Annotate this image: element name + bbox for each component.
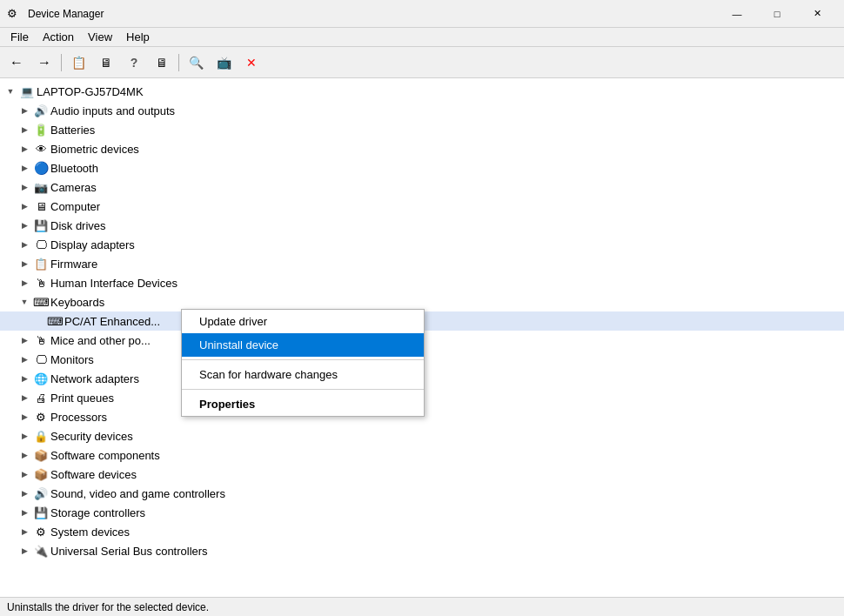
tree-item-sound[interactable]: ▶ 🔊 Sound, video and game controllers <box>0 484 844 503</box>
menu-file[interactable]: File <box>3 29 36 45</box>
tree-item-hid[interactable]: ▶ 🖱 Human Interface Devices <box>0 273 844 292</box>
expand-security[interactable]: ▶ <box>17 429 31 443</box>
expand-system[interactable]: ▶ <box>17 525 31 539</box>
tree-item-system[interactable]: ▶ ⚙ System devices <box>0 522 844 541</box>
app-icon: ⚙ <box>7 7 21 21</box>
keyboards-label: Keyboards <box>50 296 104 309</box>
close-button[interactable]: ✕ <box>797 0 837 28</box>
processors-label: Processors <box>50 411 107 424</box>
firmware-label: Firmware <box>50 258 97 271</box>
bluetooth-icon: 🔵 <box>34 161 48 175</box>
expand-bluetooth[interactable]: ▶ <box>17 161 31 175</box>
tree-item-disk[interactable]: ▶ 💾 Disk drives <box>0 216 844 235</box>
expand-firmware[interactable]: ▶ <box>17 257 31 271</box>
minimize-button[interactable]: — <box>717 0 757 28</box>
print-label: Print queues <box>50 392 114 405</box>
help-button[interactable]: ? <box>121 50 147 75</box>
tree-item-audio[interactable]: ▶ 🔊 Audio inputs and outputs <box>0 101 844 120</box>
tree-item-sw-components[interactable]: ▶ 📦 Software components <box>0 445 844 465</box>
expand-hid[interactable]: ▶ <box>17 276 31 290</box>
update-driver-button[interactable]: 🖥 <box>93 50 119 75</box>
expand-sw-devices[interactable]: ▶ <box>17 467 31 481</box>
expand-cameras[interactable]: ▶ <box>17 180 31 194</box>
expand-network[interactable]: ▶ <box>17 372 31 385</box>
ctx-separator-1 <box>182 359 424 360</box>
expand-display[interactable]: ▶ <box>17 238 31 251</box>
expand-biometric[interactable]: ▶ <box>17 142 31 156</box>
forward-button[interactable]: → <box>31 50 57 75</box>
ctx-properties[interactable]: Properties <box>182 392 424 416</box>
maximize-button[interactable]: □ <box>757 0 797 28</box>
system-icon: ⚙ <box>34 525 48 539</box>
expand-print[interactable]: ▶ <box>17 391 31 405</box>
expand-root[interactable]: ▼ <box>3 84 17 98</box>
root-label: LAPTOP-GJ57D4MK <box>37 85 144 98</box>
security-icon: 🔒 <box>34 429 48 443</box>
network-label: Network adapters <box>50 372 139 385</box>
expand-sound[interactable]: ▶ <box>17 486 31 500</box>
menu-view[interactable]: View <box>81 29 119 45</box>
title-bar-text: Device Manager <box>28 8 717 20</box>
computer-icon: 🖥 <box>34 199 48 213</box>
toolbar: ← → 📋 🖥 ? 🖥 🔍 📺 ✕ <box>0 47 844 78</box>
tree-item-batteries[interactable]: ▶ 🔋 Batteries <box>0 120 844 139</box>
storage-icon: 💾 <box>34 506 48 519</box>
display-icon: 🖵 <box>34 238 48 251</box>
menu-help[interactable]: Help <box>119 29 157 45</box>
ctx-update-driver[interactable]: Update driver <box>182 310 424 333</box>
expand-processors[interactable]: ▶ <box>17 410 31 424</box>
expand-audio[interactable]: ▶ <box>17 104 31 117</box>
tree-item-usb[interactable]: ▶ 🔌 Universal Serial Bus controllers <box>0 541 844 560</box>
pcat-icon: ⌨ <box>48 314 62 328</box>
ctx-scan-hardware[interactable]: Scan for hardware changes <box>182 363 424 386</box>
tree-item-security[interactable]: ▶ 🔒 Security devices <box>0 426 844 445</box>
tree-root[interactable]: ▼ 💻 LAPTOP-GJ57D4MK <box>0 82 844 101</box>
tree-item-bluetooth[interactable]: ▶ 🔵 Bluetooth <box>0 158 844 177</box>
expand-usb[interactable]: ▶ <box>17 544 31 558</box>
mice-label: Mice and other po... <box>50 334 151 347</box>
scan-button[interactable]: 🔍 <box>183 50 209 75</box>
expand-batteries[interactable]: ▶ <box>17 123 31 137</box>
tree-item-sw-devices[interactable]: ▶ 📦 Software devices <box>0 465 844 484</box>
biometric-label: Biometric devices <box>50 143 139 156</box>
computer-label: Computer <box>50 200 100 213</box>
add-driver-button[interactable]: 📺 <box>211 50 237 75</box>
disk-icon: 💾 <box>34 218 48 232</box>
toolbar-separator-1 <box>61 54 62 71</box>
tree-item-biometric[interactable]: ▶ 👁 Biometric devices <box>0 139 844 158</box>
main-content: ▼ 💻 LAPTOP-GJ57D4MK ▶ 🔊 Audio inputs and… <box>0 78 844 597</box>
context-menu: Update driver Uninstall device Scan for … <box>181 309 425 417</box>
ctx-uninstall-device[interactable]: Uninstall device <box>182 333 424 357</box>
batteries-icon: 🔋 <box>34 123 48 137</box>
menu-action[interactable]: Action <box>36 29 81 45</box>
tree-item-computer[interactable]: ▶ 🖥 Computer <box>0 197 844 216</box>
uninstall-button[interactable]: 🖥 <box>149 50 175 75</box>
expand-disk[interactable]: ▶ <box>17 218 31 232</box>
bluetooth-label: Bluetooth <box>50 162 98 175</box>
firmware-icon: 📋 <box>34 257 48 271</box>
expand-storage[interactable]: ▶ <box>17 506 31 519</box>
expand-monitors[interactable]: ▶ <box>17 352 31 366</box>
sw-devices-icon: 📦 <box>34 467 48 481</box>
monitors-label: Monitors <box>50 353 94 366</box>
expand-sw-components[interactable]: ▶ <box>17 448 31 462</box>
status-text: Uninstalls the driver for the selected d… <box>7 601 209 613</box>
keyboards-icon: ⌨ <box>34 295 48 309</box>
monitors-icon: 🖵 <box>34 352 48 366</box>
properties-button[interactable]: 📋 <box>65 50 91 75</box>
tree-item-display[interactable]: ▶ 🖵 Display adapters <box>0 235 844 254</box>
toolbar-separator-2 <box>178 54 179 71</box>
sw-components-icon: 📦 <box>34 448 48 462</box>
audio-icon: 🔊 <box>34 104 48 117</box>
tree-item-storage[interactable]: ▶ 💾 Storage controllers <box>0 503 844 522</box>
processors-icon: ⚙ <box>34 410 48 424</box>
tree-item-firmware[interactable]: ▶ 📋 Firmware <box>0 254 844 273</box>
expand-computer[interactable]: ▶ <box>17 199 31 213</box>
expand-keyboards[interactable]: ▼ <box>17 295 31 309</box>
storage-label: Storage controllers <box>50 506 145 519</box>
hid-label: Human Interface Devices <box>50 277 178 290</box>
back-button[interactable]: ← <box>3 50 30 75</box>
expand-mice[interactable]: ▶ <box>17 333 31 347</box>
tree-item-cameras[interactable]: ▶ 📷 Cameras <box>0 177 844 197</box>
remove-driver-button[interactable]: ✕ <box>238 50 265 75</box>
